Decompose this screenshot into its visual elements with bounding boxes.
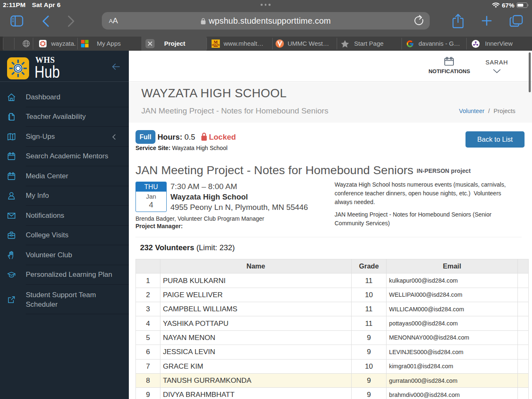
svg-text:HEALTH: HEALTH bbox=[212, 44, 220, 46]
